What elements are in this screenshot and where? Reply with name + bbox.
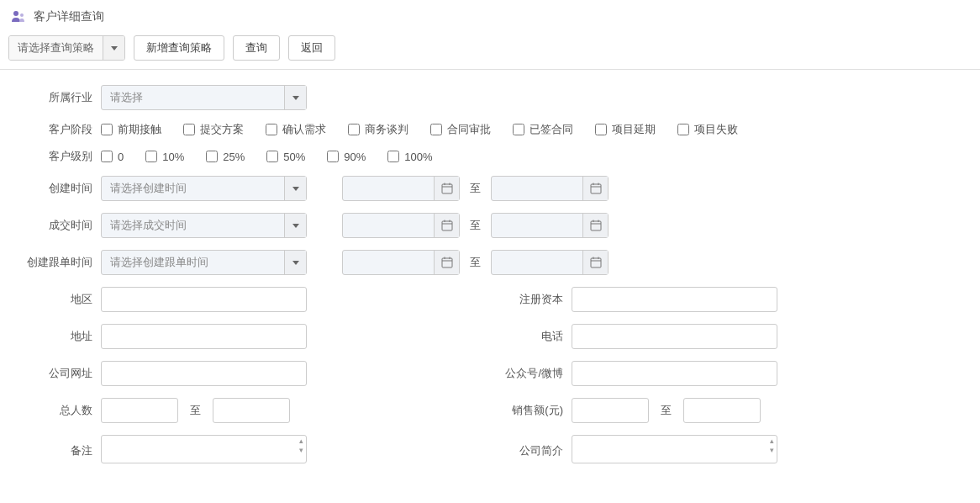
reg-capital-label: 注册资本 bbox=[479, 292, 572, 307]
headcount-from-input[interactable] bbox=[101, 398, 178, 423]
address-label: 地址 bbox=[8, 329, 101, 344]
stage-option-0[interactable]: 前期接触 bbox=[101, 122, 161, 137]
level-option-0[interactable]: 0 bbox=[101, 151, 124, 163]
stage-checkbox-4[interactable] bbox=[430, 124, 442, 135]
industry-select-text: 请选择 bbox=[102, 86, 284, 109]
level-checkbox-3[interactable] bbox=[266, 151, 278, 162]
level-option-1[interactable]: 10% bbox=[145, 151, 184, 163]
svg-point-0 bbox=[13, 11, 18, 16]
remark-label: 备注 bbox=[8, 443, 101, 458]
add-strategy-button[interactable]: 新增查询策略 bbox=[134, 35, 224, 61]
chevron-up-icon[interactable]: ▴ bbox=[770, 437, 774, 445]
calendar-icon bbox=[582, 251, 608, 274]
row-sales: 销售额(元) 至 bbox=[479, 398, 950, 423]
level-option-4[interactable]: 90% bbox=[327, 151, 366, 163]
deal-time-sep: 至 bbox=[470, 218, 481, 233]
stage-checkbox-6[interactable] bbox=[595, 124, 607, 135]
strategy-select[interactable]: 请选择查询策略 bbox=[8, 35, 125, 61]
followup-time-sep: 至 bbox=[470, 255, 481, 270]
svg-rect-6 bbox=[591, 184, 601, 193]
chevron-up-icon[interactable]: ▴ bbox=[299, 437, 303, 445]
level-option-2[interactable]: 25% bbox=[206, 151, 245, 163]
row-remark: 备注 ▴▾ bbox=[8, 435, 479, 466]
deal-time-select[interactable]: 请选择成交时间 bbox=[101, 213, 307, 238]
page-header: 客户详细查询 bbox=[0, 0, 980, 32]
intro-textarea[interactable] bbox=[572, 435, 777, 463]
create-time-label: 创建时间 bbox=[8, 181, 101, 196]
sales-to-input[interactable] bbox=[683, 398, 761, 423]
level-checkbox-5[interactable] bbox=[387, 151, 399, 162]
stage-checkbox-1[interactable] bbox=[183, 124, 195, 135]
intro-spinner[interactable]: ▴▾ bbox=[770, 437, 774, 454]
chevron-down-icon bbox=[284, 214, 306, 237]
stage-option-4[interactable]: 合同审批 bbox=[430, 122, 491, 137]
stage-option-6[interactable]: 项目延期 bbox=[595, 122, 656, 137]
level-checks: 0 10% 25% 50% 90% 100% bbox=[101, 151, 433, 163]
level-checkbox-0[interactable] bbox=[101, 151, 113, 162]
phone-label: 电话 bbox=[479, 329, 572, 344]
chevron-down-icon bbox=[284, 177, 306, 200]
stage-option-7[interactable]: 项目失败 bbox=[677, 122, 738, 137]
filter-form: 所属行业 请选择 客户阶段 前期接触 提交方案 确认需求 商务谈判 合同审批 已… bbox=[0, 70, 980, 486]
deal-time-label: 成交时间 bbox=[8, 218, 101, 233]
calendar-icon bbox=[434, 251, 459, 274]
row-website: 公司网址 bbox=[8, 361, 479, 386]
remark-textarea[interactable] bbox=[101, 435, 307, 463]
level-option-5[interactable]: 100% bbox=[387, 151, 432, 163]
remark-spinner[interactable]: ▴▾ bbox=[299, 437, 303, 454]
customer-icon bbox=[10, 8, 27, 25]
phone-input[interactable] bbox=[572, 324, 777, 349]
stage-option-5[interactable]: 已签合同 bbox=[513, 122, 573, 137]
followup-time-select[interactable]: 请选择创建跟单时间 bbox=[101, 250, 307, 275]
headcount-to-input[interactable] bbox=[213, 398, 290, 423]
svg-rect-10 bbox=[442, 221, 452, 230]
row-social: 公众号/微博 bbox=[479, 361, 950, 386]
stage-option-1[interactable]: 提交方案 bbox=[183, 122, 244, 137]
row-industry: 所属行业 请选择 bbox=[8, 85, 972, 110]
reg-capital-input[interactable] bbox=[572, 287, 777, 312]
create-time-select[interactable]: 请选择创建时间 bbox=[101, 176, 307, 201]
social-label: 公众号/微博 bbox=[479, 366, 572, 381]
industry-label: 所属行业 bbox=[8, 90, 101, 105]
followup-time-to[interactable] bbox=[491, 250, 609, 275]
svg-point-1 bbox=[20, 13, 24, 17]
create-time-sep: 至 bbox=[470, 181, 481, 196]
sales-label: 销售额(元) bbox=[479, 403, 572, 418]
level-checkbox-1[interactable] bbox=[145, 151, 157, 162]
industry-select[interactable]: 请选择 bbox=[101, 85, 307, 110]
stage-checkbox-2[interactable] bbox=[266, 124, 277, 135]
stage-checks: 前期接触 提交方案 确认需求 商务谈判 合同审批 已签合同 项目延期 项目失败 bbox=[101, 122, 738, 137]
chevron-down-icon[interactable]: ▾ bbox=[299, 447, 303, 454]
deal-time-to[interactable] bbox=[491, 213, 609, 238]
search-button[interactable]: 查询 bbox=[233, 35, 280, 61]
website-input[interactable] bbox=[101, 361, 307, 386]
level-checkbox-4[interactable] bbox=[327, 151, 339, 162]
headcount-label: 总人数 bbox=[8, 403, 101, 418]
followup-time-label: 创建跟单时间 bbox=[8, 255, 101, 270]
stage-checkbox-0[interactable] bbox=[101, 124, 113, 135]
create-time-from[interactable] bbox=[342, 176, 460, 201]
row-create-time: 创建时间 请选择创建时间 至 bbox=[8, 176, 972, 201]
stage-checkbox-7[interactable] bbox=[677, 124, 689, 135]
svg-rect-14 bbox=[591, 221, 601, 230]
followup-time-from[interactable] bbox=[342, 250, 460, 275]
create-time-to[interactable] bbox=[491, 176, 609, 201]
back-button[interactable]: 返回 bbox=[288, 35, 335, 61]
stage-option-2[interactable]: 确认需求 bbox=[266, 122, 326, 137]
address-input[interactable] bbox=[101, 324, 307, 349]
sales-from-input[interactable] bbox=[572, 398, 649, 423]
calendar-icon bbox=[582, 177, 608, 200]
stage-option-3[interactable]: 商务谈判 bbox=[348, 122, 408, 137]
deal-time-from[interactable] bbox=[342, 213, 460, 238]
level-option-3[interactable]: 50% bbox=[266, 151, 305, 163]
social-input[interactable] bbox=[572, 361, 777, 386]
region-input[interactable] bbox=[101, 287, 307, 312]
website-label: 公司网址 bbox=[8, 366, 101, 381]
row-phone: 电话 bbox=[479, 324, 950, 349]
stage-checkbox-5[interactable] bbox=[513, 124, 524, 135]
stage-checkbox-3[interactable] bbox=[348, 124, 360, 135]
intro-label: 公司简介 bbox=[479, 443, 572, 458]
chevron-down-icon[interactable]: ▾ bbox=[770, 447, 774, 454]
level-checkbox-2[interactable] bbox=[206, 151, 218, 162]
sales-sep: 至 bbox=[661, 403, 672, 418]
